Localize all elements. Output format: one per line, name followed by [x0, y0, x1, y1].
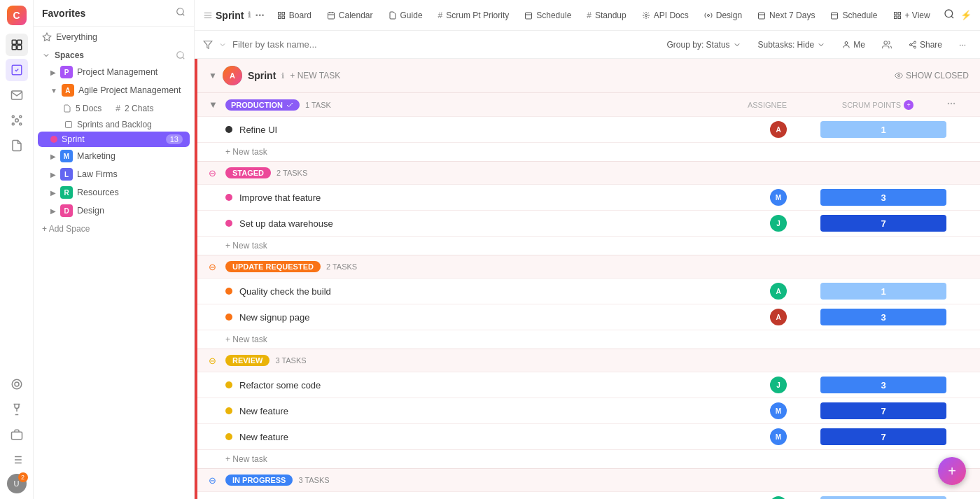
- guide-tab-label: Guide: [400, 10, 423, 20]
- new-task-btn[interactable]: + NEW TASK: [290, 71, 340, 80]
- table-row[interactable]: Fix 404 error A 1: [197, 491, 980, 499]
- svg-rect-40: [759, 13, 765, 19]
- nav-home-icon[interactable]: [6, 34, 28, 56]
- svg-rect-1: [17, 40, 21, 44]
- agile-sub-docs: 5 Docs # 2 Chats: [34, 99, 194, 118]
- next-7-days-tab[interactable]: Next 7 Days: [750, 8, 822, 23]
- filter-expand-icon[interactable]: [218, 41, 227, 49]
- search-icon[interactable]: [944, 8, 955, 22]
- schedule2-tab[interactable]: Schedule: [823, 8, 884, 23]
- svg-point-19: [177, 8, 183, 15]
- sprint-info-icon: ℹ: [281, 71, 284, 80]
- sidebar-collapse-icon[interactable]: [203, 10, 213, 20]
- add-space-btn[interactable]: + Add Space: [34, 220, 194, 238]
- table-row[interactable]: New feature M 7: [197, 423, 980, 449]
- sidebar-item-agile[interactable]: ▼ A Agile Project Management: [34, 81, 194, 99]
- law-firms-label: Law Firms: [77, 169, 118, 179]
- table-row[interactable]: Refine UI A 1: [197, 116, 980, 142]
- new-task-row[interactable]: + New task: [197, 142, 980, 161]
- me-label: Me: [853, 40, 865, 50]
- points-bar: 7: [820, 402, 946, 419]
- new-task-row[interactable]: + New task: [197, 449, 980, 468]
- sidebar-item-project-management[interactable]: ▶ P Project Management: [34, 63, 194, 81]
- nav-list-icon[interactable]: [6, 449, 28, 471]
- assignee-filter-icon[interactable]: [876, 38, 897, 52]
- nav-bag-icon[interactable]: [6, 423, 28, 446]
- sprint-collapse-icon[interactable]: ▼: [209, 71, 217, 80]
- more-options-btn[interactable]: ···: [953, 38, 972, 52]
- scrum-points-col-header: SCRUM POINTS +: [815, 100, 941, 110]
- title-more-icon[interactable]: ···: [255, 9, 264, 22]
- sidebar-item-everything[interactable]: Everything: [34, 29, 194, 45]
- add-fab-button[interactable]: +: [938, 457, 966, 485]
- calendar-tab[interactable]: Calendar: [320, 8, 380, 23]
- table-row[interactable]: Improve that feature M 3: [197, 184, 980, 210]
- show-closed-btn[interactable]: SHOW CLOSED: [895, 71, 969, 80]
- task-assignee: J: [736, 377, 820, 393]
- subtasks-button[interactable]: Subtasks: Hide: [752, 38, 832, 52]
- avatar: A: [770, 309, 787, 325]
- me-button[interactable]: Me: [836, 38, 871, 52]
- guide-tab[interactable]: Guide: [382, 8, 430, 23]
- staged-toggle[interactable]: ⊖: [209, 168, 220, 178]
- task-points: 7: [820, 215, 946, 232]
- nav-grid-icon[interactable]: [6, 109, 28, 132]
- task-status-dot: [225, 288, 232, 295]
- sidebar-item-law-firms[interactable]: ▶ L Law Firms: [34, 165, 194, 183]
- main-content: Sprint ℹ ··· Board Calendar Guide # Scru…: [195, 0, 980, 499]
- nav-tasks-icon[interactable]: [6, 59, 28, 81]
- nav-inbox-icon[interactable]: [6, 84, 28, 106]
- share-button[interactable]: Share: [903, 38, 948, 52]
- svg-line-49: [951, 16, 953, 18]
- sidebar-item-sprint[interactable]: Sprint 13: [38, 132, 190, 147]
- table-row[interactable]: New feature M 7: [197, 398, 980, 423]
- topbar-actions: ⚡: [944, 8, 972, 22]
- group-by-button[interactable]: Group by: Status: [662, 38, 747, 52]
- nav-trophy-icon[interactable]: [6, 398, 28, 421]
- agile-label: Agile Project Management: [78, 85, 181, 95]
- sidebar-item-sprints-backlog[interactable]: Sprints and Backlog: [34, 118, 194, 132]
- schedule-tab[interactable]: Schedule: [517, 8, 578, 23]
- group-production: ▼ PRODUCTION 1 TASK ASSIGNEE SCRUM POINT…: [197, 92, 980, 161]
- update-requested-toggle[interactable]: ⊖: [209, 262, 220, 272]
- everything-label: Everything: [56, 32, 97, 42]
- app-logo[interactable]: C: [7, 6, 27, 25]
- filter-icon[interactable]: [203, 40, 213, 50]
- sidebar-search-icon[interactable]: [176, 7, 186, 19]
- task-name: Improve that feature: [239, 192, 736, 203]
- api-docs-tab[interactable]: API Docs: [635, 8, 696, 23]
- svg-line-57: [911, 43, 913, 44]
- table-row[interactable]: Quality check the build A 1: [197, 278, 980, 304]
- filter-input[interactable]: [232, 39, 656, 50]
- user-avatar[interactable]: U 2: [7, 474, 27, 493]
- table-row[interactable]: New signup page A 3: [197, 304, 980, 330]
- sidebar-spaces-header[interactable]: Spaces: [34, 48, 194, 63]
- group-in-progress: ⊖ IN PROGRESS 3 TASKS Fix 404 error A 1: [197, 468, 980, 499]
- sidebar-item-design[interactable]: ▶ D Design: [34, 202, 194, 220]
- staged-label: STAGED: [225, 167, 271, 178]
- bolt-icon[interactable]: ⚡: [960, 10, 972, 20]
- nav-goal-icon[interactable]: [6, 373, 28, 395]
- new-task-row[interactable]: + New task: [197, 330, 980, 349]
- board-tab[interactable]: Board: [270, 8, 318, 23]
- design-tab[interactable]: Design: [697, 8, 749, 23]
- review-toggle[interactable]: ⊖: [209, 356, 220, 366]
- sidebar-chats-item[interactable]: # 2 Chats: [111, 102, 158, 115]
- add-view-tab[interactable]: + View: [886, 8, 937, 23]
- group-staged: ⊖ STAGED 2 TASKS Improve that feature M …: [197, 161, 980, 255]
- task-status-dot: [225, 314, 232, 321]
- production-toggle[interactable]: ▼: [209, 99, 220, 110]
- standup-tab[interactable]: # Standup: [580, 8, 633, 23]
- table-row[interactable]: Set up data warehouse J 7: [197, 210, 980, 236]
- points-bar: 3: [820, 189, 946, 206]
- sprint-title: Sprint: [248, 70, 276, 81]
- in-progress-toggle[interactable]: ⊖: [209, 475, 220, 486]
- sidebar-docs-item[interactable]: 5 Docs: [59, 102, 106, 115]
- scrum-pt-priority-tab[interactable]: # Scrum Pt Priority: [431, 8, 517, 23]
- sidebar-item-resources[interactable]: ▶ R Resources: [34, 183, 194, 202]
- sidebar-item-marketing[interactable]: ▶ M Marketing: [34, 147, 194, 165]
- new-task-row[interactable]: + New task: [197, 236, 980, 255]
- svg-point-10: [12, 379, 22, 389]
- table-row[interactable]: Refactor some code J 3: [197, 372, 980, 398]
- nav-docs-icon[interactable]: [6, 134, 28, 157]
